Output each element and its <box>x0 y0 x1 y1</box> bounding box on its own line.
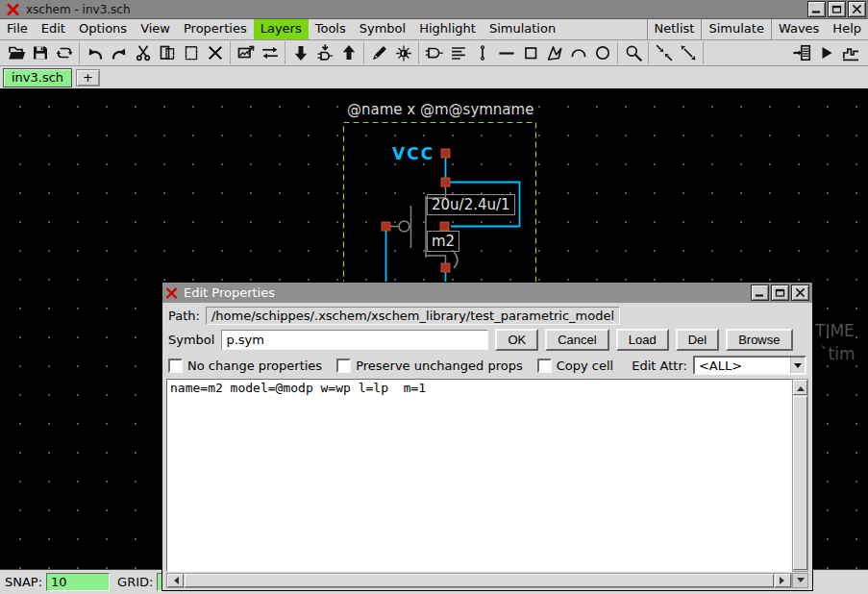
copy-cell-label: Copy cell <box>557 359 613 373</box>
instance-name-label[interactable]: m2 <box>427 231 459 252</box>
toolbar-group-zoom <box>618 41 649 64</box>
window-titlebar[interactable]: xschem - inv3.sch <box>0 0 868 19</box>
menu-simulation[interactable]: Simulation <box>483 19 562 39</box>
vcc-label[interactable]: VCC <box>392 144 434 163</box>
menu-options[interactable]: Options <box>72 19 134 39</box>
menu-symbol[interactable]: Symbol <box>353 19 412 39</box>
window-title: xschem - inv3.sch <box>26 3 806 16</box>
dialog-titlebar[interactable]: Edit Properties <box>162 283 812 303</box>
menu-layers[interactable]: Layers <box>254 19 309 39</box>
zoom-icon[interactable] <box>621 42 645 64</box>
toolbar-group-appearance <box>364 41 419 64</box>
open-folder-icon[interactable] <box>4 42 28 64</box>
go-up-icon[interactable] <box>336 42 360 64</box>
horizontal-scroll-thumb[interactable] <box>185 574 774 587</box>
descend-symbol-icon[interactable] <box>312 42 336 64</box>
menu-edit[interactable]: Edit <box>35 19 72 39</box>
netlist-text-icon[interactable] <box>446 42 470 64</box>
wire-icon[interactable] <box>470 42 494 64</box>
pin-gate[interactable] <box>382 222 390 231</box>
menu-properties[interactable]: Properties <box>177 19 254 39</box>
draw-icon[interactable] <box>367 42 391 64</box>
menu-file[interactable]: File <box>0 19 35 39</box>
toolbar-group-draw <box>419 41 618 64</box>
properties-textarea[interactable]: name=m2 model=@modp w=wp l=lp m=1 <box>166 379 792 572</box>
ok-button[interactable]: OK <box>495 329 538 351</box>
toolbar-group-edit <box>80 41 231 64</box>
rectangle-icon[interactable] <box>518 42 542 64</box>
circle-icon[interactable] <box>590 42 614 64</box>
paste-icon[interactable] <box>179 42 203 64</box>
symbol-input[interactable] <box>221 330 488 350</box>
copy-cell-checkbox[interactable] <box>537 359 552 373</box>
snap-field[interactable]: 10 <box>46 573 110 591</box>
path-field: /home/schippes/.xschem/xschem_library/te… <box>206 307 620 325</box>
browse-button[interactable]: Browse <box>726 329 792 351</box>
dialog-maximize-button[interactable] <box>771 285 789 301</box>
dropdown-arrow-icon[interactable] <box>790 358 805 373</box>
cut-icon[interactable] <box>131 42 155 64</box>
minimize-button[interactable] <box>807 1 826 17</box>
transistor-size-label[interactable]: 20u/2.4u/1 <box>427 194 515 215</box>
vertical-scroll-thumb[interactable] <box>793 396 807 570</box>
no-change-properties-checkbox[interactable] <box>168 359 183 373</box>
close-button[interactable] <box>848 1 866 17</box>
line-icon[interactable] <box>494 42 518 64</box>
vertical-scrollbar[interactable] <box>792 379 808 572</box>
waves-icon[interactable] <box>838 42 862 64</box>
scroll-left-icon[interactable] <box>167 574 184 587</box>
redo-icon[interactable] <box>107 42 131 64</box>
arc-icon[interactable] <box>566 42 590 64</box>
copy-icon[interactable] <box>155 42 179 64</box>
menu-highlight[interactable]: Highlight <box>412 19 483 39</box>
tab-inv3-sch[interactable]: inv3.sch <box>3 68 72 87</box>
menu-waves[interactable]: Waves <box>771 19 826 39</box>
polygon-icon[interactable] <box>542 42 566 64</box>
menu-help[interactable]: Help <box>826 19 868 39</box>
scroll-up-icon[interactable] <box>793 380 807 395</box>
scroll-right-icon[interactable] <box>775 574 791 587</box>
pin-drain-top[interactable] <box>441 178 450 186</box>
save-icon[interactable] <box>28 42 52 64</box>
edit-attr-dropdown[interactable]: <ALL> <box>693 356 806 375</box>
dialog-close-button[interactable] <box>791 285 809 301</box>
pin-source[interactable] <box>441 263 450 272</box>
simulate-icon[interactable] <box>814 42 838 64</box>
dialog-minimize-button[interactable] <box>751 285 769 301</box>
descend-schematic-icon[interactable] <box>288 42 312 64</box>
toolbar-group-simulation <box>787 41 868 64</box>
menu-netlist[interactable]: Netlist <box>647 19 702 39</box>
clipped-canvas-text-1: TIME <box>815 321 855 340</box>
menu-simulate[interactable]: Simulate <box>701 19 770 39</box>
horizontal-scroll-row <box>166 573 808 588</box>
light-icon[interactable] <box>391 42 415 64</box>
zoom-box-icon[interactable] <box>652 42 676 64</box>
horizontal-scrollbar[interactable] <box>166 573 792 588</box>
path-row: Path: /home/schippes/.xschem/xschem_libr… <box>168 307 808 325</box>
delete-icon[interactable] <box>203 42 227 64</box>
new-tab-button[interactable]: + <box>76 69 100 87</box>
edit-attr-value: <ALL> <box>699 359 742 373</box>
maximize-button[interactable] <box>828 1 846 17</box>
load-button[interactable]: Load <box>616 329 669 351</box>
menu-tools[interactable]: Tools <box>309 19 353 39</box>
del-button[interactable]: Del <box>676 329 720 351</box>
swap-icon[interactable] <box>258 42 282 64</box>
pin-vcc-top[interactable] <box>441 149 450 158</box>
scroll-down-icon[interactable] <box>792 573 808 588</box>
cancel-button[interactable]: Cancel <box>545 329 608 351</box>
toolbar-group-hierarchy <box>285 41 364 64</box>
component-icon[interactable] <box>422 42 446 64</box>
preserve-unchanged-props-checkbox[interactable] <box>336 359 351 373</box>
make-symbol-icon[interactable] <box>234 42 258 64</box>
snap-label: SNAP: <box>5 575 42 589</box>
zoom-full-icon[interactable] <box>676 42 700 64</box>
symbol-title-text[interactable]: @name x @m@symname <box>347 101 533 118</box>
xschem-window: xschem - inv3.sch File Edit Options View… <box>0 0 868 594</box>
grid-label: GRID: <box>117 575 153 589</box>
pin-drain-mid[interactable] <box>440 222 449 231</box>
reload-icon[interactable] <box>52 42 76 64</box>
netlist-icon[interactable] <box>790 42 814 64</box>
undo-icon[interactable] <box>83 42 107 64</box>
menu-view[interactable]: View <box>134 19 177 39</box>
